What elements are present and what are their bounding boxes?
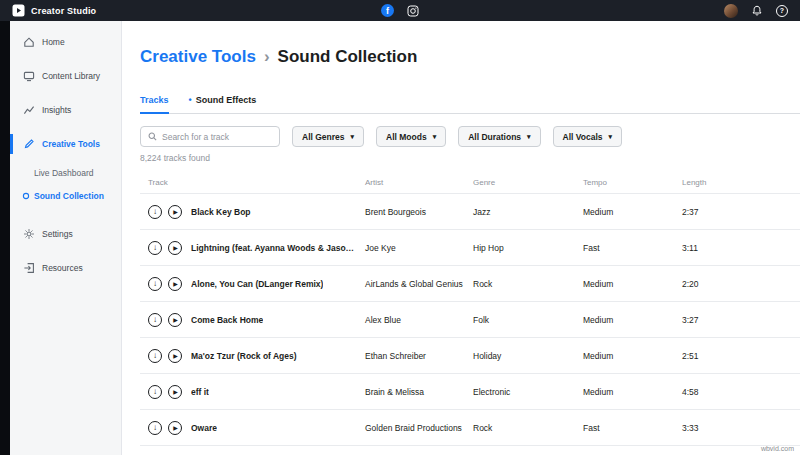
play-icon[interactable]: ▶ [168, 277, 182, 291]
insights-icon [22, 104, 35, 116]
play-icon[interactable]: ▶ [168, 385, 182, 399]
track-genre: Rock [465, 423, 575, 433]
play-icon[interactable]: ▶ [168, 421, 182, 435]
download-icon[interactable]: ↓ [148, 313, 162, 327]
creative-tools-icon [22, 138, 35, 150]
track-artist: Golden Braid Productions [357, 423, 465, 433]
download-icon[interactable]: ↓ [148, 277, 162, 291]
track-genre: Rock [465, 279, 575, 289]
track-cell: ↓▶Oware [140, 421, 357, 435]
profile-avatar[interactable] [724, 4, 738, 18]
track-title: Oware [191, 423, 217, 433]
table-header: Track Artist Genre Tempo Length [140, 171, 800, 193]
sidebar-item-creative-tools[interactable]: Creative Tools [10, 127, 121, 161]
sidebar-item-label: Settings [42, 229, 73, 239]
moods-filter-button[interactable]: All Moods ▾ [376, 126, 446, 147]
track-artist: Alex Blue [357, 315, 465, 325]
track-cell: ↓▶Black Key Bop [140, 205, 357, 219]
download-icon[interactable]: ↓ [148, 205, 162, 219]
column-header-tempo: Tempo [575, 178, 674, 187]
table-row: ↓▶Ma'oz Tzur (Rock of Ages)Ethan Schreib… [140, 337, 800, 373]
filter-label: All Moods [386, 132, 427, 142]
sidebar-item-label: Sound Collection [34, 191, 104, 201]
track-tempo: Fast [575, 243, 674, 253]
sidebar-item-live-dashboard[interactable]: Live Dashboard [10, 161, 121, 184]
vocals-filter-button[interactable]: All Vocals ▾ [553, 126, 623, 147]
track-title: Black Key Bop [191, 207, 251, 217]
top-bar: Creator Studio f ? [0, 0, 800, 21]
track-length: 2:51 [674, 351, 800, 361]
download-icon[interactable]: ↓ [148, 349, 162, 363]
track-search [140, 126, 280, 147]
filter-bar: All Genres ▾ All Moods ▾ All Durations ▾… [140, 126, 780, 147]
play-icon[interactable]: ▶ [168, 241, 182, 255]
sidebar-item-settings[interactable]: Settings [10, 217, 121, 251]
brand[interactable]: Creator Studio [12, 4, 96, 17]
download-icon[interactable]: ↓ [148, 421, 162, 435]
track-length: 3:33 [674, 423, 800, 433]
sidebar-item-label: Live Dashboard [34, 168, 94, 178]
track-title: eff it [191, 387, 209, 397]
tab-sound-effects[interactable]: • Sound Effects [189, 95, 257, 114]
play-icon[interactable]: ▶ [168, 349, 182, 363]
track-genre: Electronic [465, 387, 575, 397]
chevron-down-icon: ▾ [527, 133, 531, 140]
sidebar-item-home[interactable]: Home [10, 25, 121, 59]
column-header-artist: Artist [357, 178, 465, 187]
facebook-icon[interactable]: f [381, 4, 394, 17]
watermark: wbvid.com [761, 445, 794, 452]
sidebar-item-sound-collection[interactable]: Sound Collection [10, 184, 121, 207]
sidebar-item-content-library[interactable]: Content Library [10, 59, 121, 93]
chevron-down-icon: ▾ [351, 133, 355, 140]
search-input[interactable] [162, 132, 272, 142]
durations-filter-button[interactable]: All Durations ▾ [458, 126, 540, 147]
track-genre: Jazz [465, 207, 575, 217]
tab-label: Tracks [140, 95, 169, 105]
instagram-icon[interactable] [407, 5, 419, 17]
table-row: ↓▶Black Key BopBrent BourgeoisJazzMedium… [140, 193, 800, 229]
track-artist: AirLands & Global Genius [357, 279, 465, 289]
sidebar-item-label: Content Library [42, 71, 100, 81]
tab-tracks[interactable]: Tracks [140, 95, 169, 114]
track-tempo: Medium [575, 279, 674, 289]
track-cell: ↓▶Ma'oz Tzur (Rock of Ages) [140, 349, 357, 363]
sound-collection-icon [22, 192, 30, 200]
breadcrumb-parent[interactable]: Creative Tools [140, 47, 256, 67]
sidebar-item-insights[interactable]: Insights [10, 93, 121, 127]
track-tempo: Medium [575, 207, 674, 217]
sidebar-nav: Home Content Library Insights Creative T… [10, 21, 122, 455]
settings-gear-icon [22, 228, 35, 240]
play-icon[interactable]: ▶ [168, 313, 182, 327]
track-artist: Joe Kye [357, 243, 465, 253]
genres-filter-button[interactable]: All Genres ▾ [292, 126, 364, 147]
track-cell: ↓▶Come Back Home [140, 313, 357, 327]
download-icon[interactable]: ↓ [148, 241, 162, 255]
track-tempo: Medium [575, 315, 674, 325]
column-header-track: Track [140, 178, 357, 187]
sidebar-item-resources[interactable]: Resources [10, 251, 121, 285]
tab-bar: Tracks • Sound Effects [140, 95, 800, 114]
track-title: Come Back Home [191, 315, 263, 325]
track-tempo: Medium [575, 387, 674, 397]
content-library-icon [22, 70, 35, 82]
track-title: Alone, You Can (DLanger Remix) [191, 279, 323, 289]
topbar-right: ? [724, 4, 788, 18]
creator-studio-logo-icon [12, 4, 25, 17]
table-row: ↓▶Lightning (feat. Ayanna Woods & Jason.… [140, 229, 800, 265]
track-table-body: ↓▶Black Key BopBrent BourgeoisJazzMedium… [140, 193, 800, 455]
track-length: 2:37 [674, 207, 800, 217]
track-genre: Holiday [465, 351, 575, 361]
page-title: Sound Collection [278, 47, 418, 67]
play-icon[interactable]: ▶ [168, 205, 182, 219]
new-dot-icon: • [189, 96, 192, 105]
track-cell: ↓▶eff it [140, 385, 357, 399]
sidebar-item-label: Insights [42, 105, 71, 115]
column-header-length: Length [674, 178, 800, 187]
track-cell: ↓▶Lightning (feat. Ayanna Woods & Jason.… [140, 241, 357, 255]
table-row: ↓▶Come Back HomeAlex BlueFolkMedium3:27 [140, 301, 800, 337]
notifications-bell-icon[interactable] [751, 5, 763, 17]
download-icon[interactable]: ↓ [148, 385, 162, 399]
track-title: Lightning (feat. Ayanna Woods & Jason... [191, 243, 357, 253]
table-row: ↓▶OwareGolden Braid ProductionsRockFast3… [140, 409, 800, 445]
help-icon[interactable]: ? [776, 5, 788, 17]
